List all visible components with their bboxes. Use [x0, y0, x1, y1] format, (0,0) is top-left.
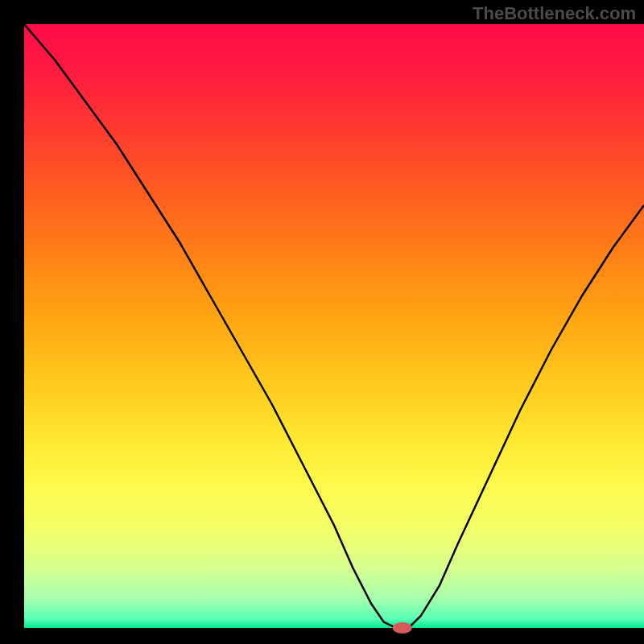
gradient-background — [24, 24, 644, 628]
watermark-text: TheBottleneck.com — [473, 3, 636, 24]
bottleneck-chart — [0, 0, 644, 644]
optimal-point-marker — [393, 622, 412, 634]
chart-svg — [0, 0, 644, 644]
